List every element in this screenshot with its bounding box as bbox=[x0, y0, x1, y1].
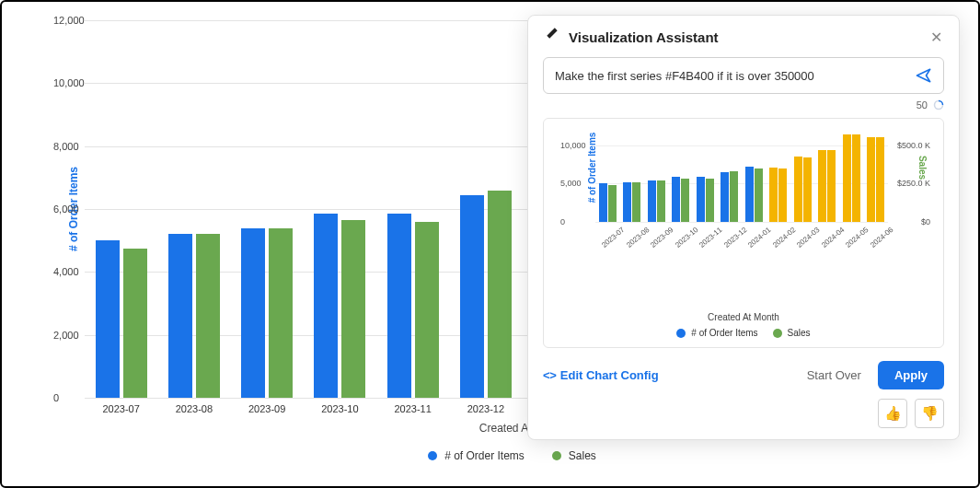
mini-x-tick-label: 2024-04 bbox=[820, 226, 846, 250]
credits-icon bbox=[933, 99, 944, 110]
thumbs-down-button[interactable]: 👎 bbox=[915, 399, 944, 428]
edit-chart-config-link[interactable]: < > Edit Chart Config bbox=[543, 368, 659, 382]
mini-x-tick-label: 2023-07 bbox=[600, 226, 626, 250]
mini-y-tick-label: 0 bbox=[560, 217, 565, 227]
bar bbox=[460, 195, 484, 398]
mini-x-tick-label: 2024-03 bbox=[795, 226, 821, 250]
x-tick-label: 2023-12 bbox=[467, 403, 504, 414]
mini-bar bbox=[697, 177, 705, 222]
y-tick-label: 6,000 bbox=[53, 203, 79, 215]
bar bbox=[314, 214, 338, 398]
thumbs-down-icon: 👎 bbox=[921, 405, 939, 422]
legend-label: Sales bbox=[788, 328, 811, 338]
close-icon[interactable]: ✕ bbox=[928, 29, 944, 46]
panel-title: Visualization Assistant bbox=[569, 29, 919, 45]
mini-category-2023-08: 2023-08 bbox=[620, 182, 645, 222]
mini-category-2024-04: 2024-04 bbox=[815, 150, 840, 222]
mini-category-2023-09: 2023-09 bbox=[644, 180, 669, 222]
mini-y-tick-label: 10,000 bbox=[560, 141, 586, 150]
mini-x-tick-label: 2024-06 bbox=[869, 226, 894, 250]
visualization-assistant-panel: Visualization Assistant ✕ 50 # of Order … bbox=[527, 15, 960, 440]
mini-category-2024-06: 2024-06 bbox=[864, 137, 889, 223]
mini-category-2023-07: 2023-07 bbox=[595, 183, 620, 222]
category-2023-07: 2023-07 bbox=[85, 240, 157, 398]
bar bbox=[269, 228, 293, 399]
mini-bar bbox=[730, 171, 738, 222]
mini-bar bbox=[721, 172, 729, 222]
mini-bar bbox=[803, 157, 812, 222]
bar bbox=[341, 220, 365, 398]
mini-bar bbox=[623, 182, 631, 222]
mini-bar bbox=[827, 150, 836, 222]
mini-bar bbox=[599, 183, 607, 222]
edit-chart-config-label: Edit Chart Config bbox=[560, 368, 659, 382]
mini-x-tick-label: 2024-05 bbox=[844, 226, 870, 250]
legend-label: # of Order Items bbox=[444, 449, 525, 462]
bar bbox=[123, 249, 147, 398]
mini-bar bbox=[632, 182, 640, 222]
credits-value: 50 bbox=[917, 99, 928, 110]
y-tick-label: 0 bbox=[53, 392, 59, 403]
feedback-row: 👍 👎 bbox=[543, 399, 944, 428]
prompt-container bbox=[543, 57, 944, 94]
mini-bar bbox=[867, 137, 875, 223]
mini-bar bbox=[745, 167, 754, 222]
mini-bar bbox=[778, 168, 787, 222]
legend-dot bbox=[428, 451, 437, 460]
prompt-input[interactable] bbox=[553, 68, 905, 84]
mini-category-2023-11: 2023-11 bbox=[693, 177, 718, 222]
x-tick-label: 2023-11 bbox=[394, 403, 431, 414]
thumbs-up-button[interactable]: 👍 bbox=[878, 399, 907, 428]
mini-bar bbox=[706, 179, 714, 222]
x-tick-label: 2023-10 bbox=[321, 403, 358, 414]
mini-category-2024-01: 2024-01 bbox=[742, 167, 767, 222]
mini-x-tick-label: 2023-12 bbox=[722, 226, 748, 250]
y-tick-label: 12,000 bbox=[53, 15, 85, 26]
mini-chart-legend: # of Order ItemsSales bbox=[553, 328, 934, 338]
apply-button[interactable]: Apply bbox=[878, 361, 944, 389]
mini-category-2024-02: 2024-02 bbox=[767, 168, 791, 222]
mini-y2-tick-label: $500.0 K bbox=[897, 141, 930, 150]
x-tick-label: 2023-07 bbox=[102, 403, 139, 414]
bar bbox=[415, 222, 439, 398]
category-2023-11: 2023-11 bbox=[376, 214, 449, 398]
category-2023-09: 2023-09 bbox=[231, 228, 304, 399]
legend-dot bbox=[676, 329, 686, 338]
big-chart-legend: # of Order ItemsSales bbox=[85, 449, 960, 462]
credits-row: 50 bbox=[543, 98, 944, 112]
mini-bar bbox=[852, 134, 860, 222]
legend-dot bbox=[552, 451, 561, 460]
y-tick-label: 2,000 bbox=[53, 330, 79, 341]
mini-x-tick-label: 2024-02 bbox=[771, 226, 797, 250]
category-2023-12: 2023-12 bbox=[449, 191, 522, 399]
start-over-button[interactable]: Start Over bbox=[800, 363, 869, 388]
bar bbox=[488, 191, 512, 399]
mini-x-tick-label: 2023-10 bbox=[674, 226, 699, 250]
mini-x-axis-label: Created At Month bbox=[553, 312, 934, 322]
mini-bar bbox=[755, 168, 763, 222]
mini-chart-plot: 0$05,000$250.0 K10,000$500.0 K2023-07202… bbox=[595, 130, 888, 222]
mini-bar bbox=[818, 150, 826, 222]
bar bbox=[96, 240, 120, 398]
mini-legend-item: # of Order Items bbox=[676, 328, 757, 338]
x-tick-label: 2023-08 bbox=[176, 403, 213, 414]
mini-bar bbox=[794, 157, 802, 222]
mini-bar bbox=[876, 137, 884, 222]
legend-label: Sales bbox=[569, 449, 596, 462]
mini-category-2023-10: 2023-10 bbox=[669, 177, 694, 222]
send-icon[interactable] bbox=[914, 65, 934, 86]
mini-category-2024-03: 2024-03 bbox=[790, 157, 815, 222]
bar bbox=[196, 234, 220, 398]
mini-bar bbox=[648, 180, 656, 222]
category-2023-08: 2023-08 bbox=[157, 234, 230, 398]
mini-category-2023-12: 2023-12 bbox=[718, 171, 743, 222]
bar bbox=[168, 234, 192, 398]
y-tick-label: 4,000 bbox=[53, 266, 79, 277]
mini-bar bbox=[843, 134, 851, 222]
wand-icon bbox=[543, 29, 559, 46]
bar bbox=[241, 228, 265, 399]
mini-bar bbox=[769, 168, 778, 222]
legend-label: # of Order Items bbox=[691, 328, 757, 338]
thumbs-up-icon: 👍 bbox=[884, 405, 902, 422]
mini-x-tick-label: 2023-08 bbox=[625, 226, 651, 250]
